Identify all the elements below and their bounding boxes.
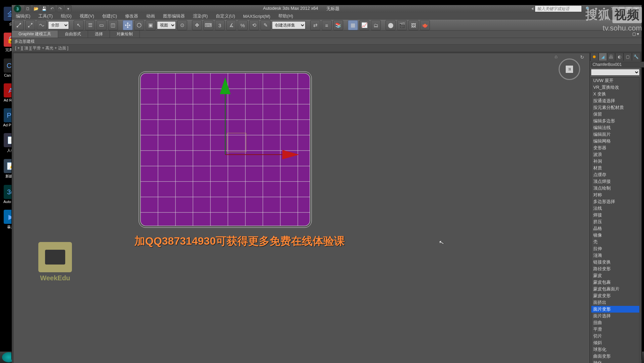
menu-10[interactable]: MAXScript(M) xyxy=(242,13,272,19)
menu-1[interactable]: 工具(T) xyxy=(37,12,54,20)
window-crossing-tool[interactable]: ◫ xyxy=(108,20,118,30)
render-frame-tool[interactable]: 🖼 xyxy=(408,20,418,30)
modifier-item[interactable]: 蒙皮变形 xyxy=(591,292,639,299)
selection-filter-dropdown[interactable]: 全部 xyxy=(48,21,69,29)
menu-7[interactable]: 图形编辑器 xyxy=(162,12,186,20)
modifier-item[interactable]: 晶格 xyxy=(591,225,639,232)
modifier-item[interactable]: 编辑法线 xyxy=(591,124,639,131)
modifier-item[interactable]: 补洞 xyxy=(591,158,639,165)
keyboard-shortcut-tool[interactable]: ⌨ xyxy=(203,20,213,30)
modifier-item[interactable]: 变形器 xyxy=(591,145,639,151)
modifier-item[interactable]: 编辑网格 xyxy=(591,138,639,145)
modifier-item[interactable]: 对称 xyxy=(591,192,639,198)
create-tab[interactable] xyxy=(590,53,599,61)
viewcube-home-icon[interactable]: ⌂ xyxy=(555,54,557,59)
menu-9[interactable]: 自定义(U) xyxy=(214,12,236,20)
app-icon[interactable]: 3 xyxy=(14,5,21,12)
display-tab[interactable]: ▢ xyxy=(623,53,632,61)
modifier-item[interactable]: 链接变换 xyxy=(591,259,639,266)
modifier-item[interactable]: 材质 xyxy=(591,165,639,171)
viewcube-face[interactable]: 顶 xyxy=(565,65,573,73)
modifier-item[interactable]: 多边形选择 xyxy=(591,198,639,205)
modifier-item[interactable]: 扭曲 xyxy=(591,319,639,326)
viewport-top[interactable]: ⌂ ↻ 顶 xyxy=(13,53,590,363)
menu-3[interactable]: 视图(V) xyxy=(78,12,95,20)
modifier-list-dropdown[interactable] xyxy=(591,69,640,76)
named-selection-dropdown[interactable]: 创建选择集 xyxy=(272,21,306,29)
modifier-item[interactable]: 平滑 xyxy=(591,326,639,333)
ribbon-tab-2[interactable]: 选择 xyxy=(88,31,110,38)
utilities-tab[interactable]: 🔧 xyxy=(632,53,640,61)
modifier-item[interactable]: 壳 xyxy=(591,239,639,245)
modifier-item[interactable]: 倾斜 xyxy=(591,339,639,346)
select-by-name-tool[interactable]: ☰ xyxy=(85,20,95,30)
select-object-tool[interactable]: ↖ xyxy=(74,20,84,30)
modifier-item[interactable]: 蒙皮包裹面片 xyxy=(591,286,639,292)
modifier-item[interactable]: 顶点绘制 xyxy=(591,185,639,192)
curve-editor-tool[interactable]: 📈 xyxy=(359,20,369,30)
ribbon-tab-1[interactable]: 自由形式 xyxy=(58,31,88,38)
manipulate-tool[interactable]: ✥ xyxy=(192,20,202,30)
angle-snap-tool[interactable]: ∡ xyxy=(226,20,236,30)
viewport-caption[interactable]: [ + ][ 顶 ][ 平滑 + 高光 + 边面 ] xyxy=(15,46,68,50)
modifier-item[interactable]: 焊接 xyxy=(591,212,639,218)
modifier-item[interactable]: 融化 xyxy=(591,360,639,363)
save-file-button[interactable]: 💾 xyxy=(41,5,47,12)
modifier-item[interactable]: 点缓存 xyxy=(591,171,639,178)
snap-3d-tool[interactable]: 3 xyxy=(215,20,225,30)
bind-spacewarp-tool[interactable] xyxy=(37,20,47,30)
ribbon-tab-3[interactable]: 对象绘制 xyxy=(110,31,140,38)
viewcube[interactable]: ⌂ ↻ 顶 xyxy=(556,56,583,83)
align-tool[interactable]: ≡ xyxy=(322,20,332,30)
modifier-item[interactable]: 按元素分配材质 xyxy=(591,104,639,111)
object-name-field[interactable] xyxy=(591,62,644,68)
link-tool[interactable] xyxy=(14,20,24,30)
menu-2[interactable]: 组(G) xyxy=(59,12,73,20)
modifier-item[interactable]: 切片 xyxy=(591,333,639,339)
mirror-tool[interactable]: ⇄ xyxy=(310,20,320,30)
motion-tab[interactable]: ◐ xyxy=(615,53,623,61)
ref-coord-dropdown[interactable]: 视图 xyxy=(157,21,176,29)
modifier-item[interactable]: 挤压 xyxy=(591,218,639,225)
modifier-item[interactable]: 镜像 xyxy=(591,232,639,239)
modifier-item[interactable]: 蒙皮包裹 xyxy=(591,279,639,286)
hierarchy-tab[interactable]: 品 xyxy=(607,53,615,61)
rotate-tool[interactable] xyxy=(134,20,144,30)
modifier-item[interactable]: VR_置换绘改 xyxy=(591,84,639,91)
menu-4[interactable]: 创建(C) xyxy=(101,12,118,20)
modifier-item[interactable]: 拉伸 xyxy=(591,245,639,252)
undo-button[interactable]: ↶ xyxy=(49,5,55,12)
menu-5[interactable]: 修改器 xyxy=(124,12,139,20)
search-input[interactable] xyxy=(535,5,582,12)
modifier-item[interactable]: 曲面变形 xyxy=(591,353,639,360)
modifier-item[interactable]: 面片变形 xyxy=(591,306,639,313)
modifier-item[interactable]: 编辑面片 xyxy=(591,131,639,138)
pivot-center-tool[interactable]: ⊙ xyxy=(177,20,187,30)
modifier-list[interactable]: UVW 展开VR_置换绘改X 变换按通道选择按元素分配材质保留编辑多边形编辑法线… xyxy=(591,77,640,363)
ribbon-panel-label[interactable]: 多边形建模 xyxy=(14,39,35,44)
viewcube-arrow-icon[interactable]: ↻ xyxy=(580,54,584,60)
modifier-item[interactable]: 波浪 xyxy=(591,151,639,158)
percent-snap-tool[interactable]: % xyxy=(238,20,248,30)
schematic-view-tool[interactable]: 🗂 xyxy=(371,20,381,30)
modifier-item[interactable]: 面挤出 xyxy=(591,299,639,306)
menu-8[interactable]: 渲染(R) xyxy=(192,12,209,20)
modifier-item[interactable]: 涟漪 xyxy=(591,252,639,259)
ribbon-tab-0[interactable]: Graphite 建模工具 xyxy=(12,31,58,38)
modifier-item[interactable]: 蒙皮 xyxy=(591,272,639,279)
rect-select-tool[interactable]: ▭ xyxy=(96,20,107,30)
render-setup-tool[interactable]: 🎬 xyxy=(397,20,407,30)
unlink-tool[interactable] xyxy=(25,20,35,30)
edit-named-sel-tool[interactable]: ✎ xyxy=(260,20,271,30)
modifier-item[interactable]: X 变换 xyxy=(591,91,639,97)
menu-0[interactable]: 编辑(E) xyxy=(14,12,32,20)
quick-render-tool[interactable]: 🫖 xyxy=(420,20,430,30)
modifier-item[interactable]: 顶点焊接 xyxy=(591,178,639,185)
modifier-item[interactable]: 球形化 xyxy=(591,346,639,353)
modifier-item[interactable]: UVW 展开 xyxy=(591,77,639,84)
graphite-ribbon-toggle[interactable]: ▦ xyxy=(348,20,358,30)
modifier-item[interactable]: 编辑多边形 xyxy=(591,118,639,124)
material-editor-tool[interactable]: ⬤ xyxy=(386,20,396,30)
modifier-item[interactable]: 面片选择 xyxy=(591,313,639,319)
modifier-item[interactable]: 路径变形 xyxy=(591,266,639,272)
